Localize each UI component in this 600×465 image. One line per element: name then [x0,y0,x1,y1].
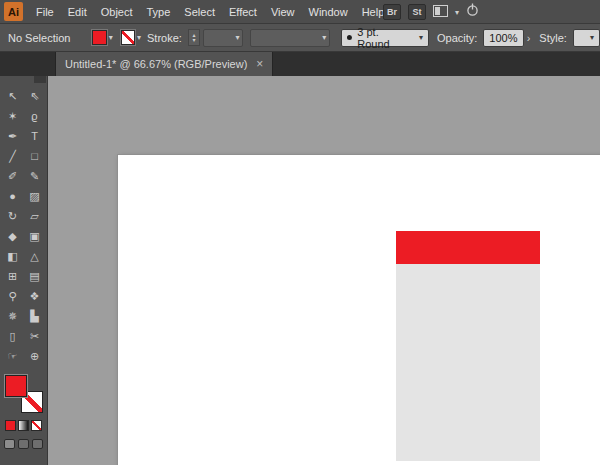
draw-behind-button[interactable] [18,439,29,449]
selection-tool[interactable]: ↖ [2,86,24,106]
menu-edit[interactable]: Edit [61,0,94,23]
style-label: Style: [539,32,567,44]
opacity-chevron-icon[interactable]: › [527,32,531,44]
menu-file[interactable]: File [29,0,61,23]
artboard-tool[interactable]: ▯ [2,326,24,346]
screen-mode-power-icon[interactable] [466,3,479,21]
shape-builder-tool[interactable]: ◧ [2,246,24,266]
eraser-tool[interactable]: ▨ [24,186,46,206]
stroke-chevron-icon[interactable]: ▾ [137,33,141,42]
stroke-weight-dropdown[interactable]: ▾ [203,29,243,47]
fill-chevron-icon[interactable]: ▾ [109,33,113,42]
document-tab[interactable]: Untitled-1* @ 66.67% (RGB/Preview) × [55,52,273,76]
fill-stroke-indicator [4,374,44,414]
stepper-down-icon[interactable]: ▾ [193,38,196,43]
gradient-tool[interactable]: ▤ [24,266,46,286]
type-tool[interactable]: T [24,126,46,146]
opacity-input[interactable]: 100% [483,29,523,47]
draw-normal-button[interactable] [4,439,15,449]
opacity-label: Opacity: [437,32,477,44]
selection-status-label: No Selection [8,32,70,44]
paintbrush-tool[interactable]: ✐ [2,166,24,186]
draw-inside-button[interactable] [32,439,43,449]
stroke-weight-chevron-icon: ▾ [235,33,239,42]
paint-style-buttons [0,420,47,431]
slice-tool[interactable]: ✂ [24,326,46,346]
brush-chevron-icon: ▾ [419,33,423,42]
workspace-chevron-icon[interactable]: ▾ [455,8,459,17]
pencil-tool[interactable]: ✎ [24,166,46,186]
perspective-grid-tool[interactable]: △ [24,246,46,266]
bridge-button[interactable]: Br [383,4,401,20]
document-tab-bar: Untitled-1* @ 66.67% (RGB/Preview) × [0,52,600,76]
menu-window[interactable]: Window [302,0,355,23]
scale-tool[interactable]: ▱ [24,206,46,226]
opacity-value: 100% [489,32,517,44]
toolbar-fill-swatch[interactable] [5,375,27,397]
width-profile-dropdown[interactable]: ▾ [250,29,330,47]
stroke-color-swatch[interactable] [121,30,135,45]
direct-selection-tool[interactable]: ⇖ [24,86,46,106]
magic-wand-tool[interactable]: ✶ [2,106,24,126]
stroke-weight-stepper[interactable]: ▴ ▾ [188,29,200,46]
document-tab-title: Untitled-1* @ 66.67% (RGB/Preview) [65,58,247,70]
line-segment-tool[interactable]: ╱ [2,146,24,166]
stroke-label: Stroke: [147,32,182,44]
rectangle-tool[interactable]: □ [24,146,46,166]
style-chevron-icon: ▾ [590,33,594,42]
gradient-button[interactable] [18,420,29,431]
blend-tool[interactable]: ❖ [24,286,46,306]
width-tool[interactable]: ◆ [2,226,24,246]
eyedropper-tool[interactable]: ⚲ [2,286,24,306]
menu-effect[interactable]: Effect [222,0,264,23]
blob-brush-tool[interactable]: ● [2,186,24,206]
illustrator-logo: Ai [4,2,23,21]
column-graph-tool[interactable]: ▙ [24,306,46,326]
tools-panel-collapse-tab[interactable] [34,76,46,83]
menu-type[interactable]: Type [140,0,178,23]
style-dropdown[interactable]: ▾ [573,29,600,47]
free-transform-tool[interactable]: ▣ [24,226,46,246]
workspace-switcher-icon[interactable] [433,3,448,21]
rotate-tool[interactable]: ↻ [2,206,24,226]
symbol-sprayer-tool[interactable]: ✵ [2,306,24,326]
brush-preview-dot-icon [347,35,352,40]
control-panel: No Selection ▾ ▾ Stroke: ▴ ▾ ▾ ▾ 3 pt. R… [0,24,600,52]
brush-definition-value: 3 pt. Round [357,26,414,50]
drawing-mode-buttons [0,439,47,449]
tools-panel: ↖ ⇖ ✶ ϱ ✒ T ╱ □ ✐ ✎ ● ▨ ↻ ▱ ◆ ▣ ◧ △ ⊞ ▤ … [0,76,48,465]
drawn-rectangle-red-bar [396,231,540,264]
menu-select[interactable]: Select [177,0,222,23]
width-profile-chevron-icon: ▾ [322,33,326,42]
mesh-tool[interactable]: ⊞ [2,266,24,286]
menu-view[interactable]: View [264,0,302,23]
drawn-rectangle[interactable] [396,231,540,461]
color-button[interactable] [5,420,16,431]
fill-color-swatch[interactable] [92,30,106,45]
menu-bar: Ai File Edit Object Type Select Effect V… [0,0,600,24]
artboard[interactable] [118,155,600,465]
hand-tool[interactable]: ☞ [2,346,24,366]
tab-close-icon[interactable]: × [256,57,263,71]
zoom-tool[interactable]: ⊕ [24,346,46,366]
stock-button[interactable]: St [408,4,426,20]
tool-grid: ↖ ⇖ ✶ ϱ ✒ T ╱ □ ✐ ✎ ● ▨ ↻ ▱ ◆ ▣ ◧ △ ⊞ ▤ … [0,86,47,366]
menu-object[interactable]: Object [94,0,140,23]
canvas-pasteboard[interactable] [48,76,600,465]
pen-tool[interactable]: ✒ [2,126,24,146]
none-button[interactable] [31,420,42,431]
brush-definition-dropdown[interactable]: 3 pt. Round ▾ [341,29,429,47]
lasso-tool[interactable]: ϱ [24,106,46,126]
menu-bar-right-cluster: Br St ▾ [383,0,479,24]
